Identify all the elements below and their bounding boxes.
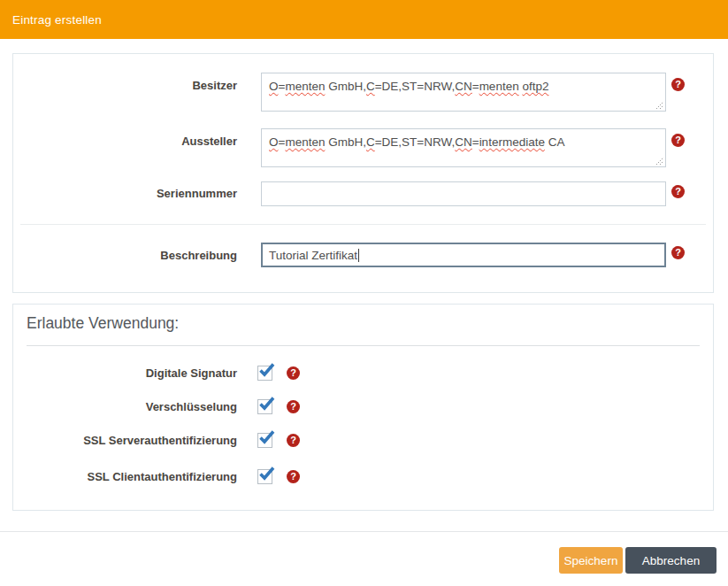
resize-handle-icon[interactable] xyxy=(655,101,664,110)
besitzer-textarea[interactable]: O=menten GmbH,C=DE,ST=NRW,CN=menten oftp… xyxy=(261,73,666,112)
verschluesselung-help-icon[interactable]: ? xyxy=(287,400,300,413)
form-divider xyxy=(20,224,706,225)
ssl-server-help-icon[interactable]: ? xyxy=(287,434,300,447)
checkmark-icon xyxy=(258,362,275,378)
digitale-signatur-checkbox[interactable] xyxy=(257,366,272,381)
beschreibung-label: Beschreibung xyxy=(13,249,237,262)
save-button[interactable]: Speichern xyxy=(559,547,623,574)
aussteller-textarea[interactable]: O=menten GmbH,C=DE,ST=NRW,CN=intermediat… xyxy=(261,128,666,167)
besitzer-value: O=menten GmbH,C=DE,ST=NRW,CN=menten oftp… xyxy=(269,80,548,93)
seriennummer-label: Seriennummer xyxy=(13,187,237,200)
ssl-client-checkbox[interactable] xyxy=(257,469,272,484)
verschluesselung-label: Verschlüsselung xyxy=(13,400,237,413)
checkmark-icon xyxy=(258,429,275,445)
beschreibung-input[interactable]: Tutorial Zertifikat xyxy=(261,243,666,267)
aussteller-help-icon[interactable]: ? xyxy=(671,134,685,147)
ssl-client-label: SSL Clientauthentifizierung xyxy=(13,470,237,483)
digitale-signatur-label: Digitale Signatur xyxy=(13,366,237,380)
certificate-form-panel: Besitzer O=menten GmbH,C=DE,ST=NRW,CN=me… xyxy=(12,53,714,293)
besitzer-help-icon[interactable]: ? xyxy=(671,78,685,91)
checkmark-icon xyxy=(258,396,275,412)
usage-section-title: Erlaubte Verwendung: xyxy=(27,314,179,333)
dialog-title: Eintrag erstellen xyxy=(12,13,102,27)
verschluesselung-checkbox[interactable] xyxy=(257,399,272,414)
seriennummer-input[interactable] xyxy=(261,181,666,206)
ssl-server-label: SSL Serverauthentifizierung xyxy=(13,434,237,447)
beschreibung-value: Tutorial Zertifikat xyxy=(269,249,357,262)
resize-handle-icon[interactable] xyxy=(655,157,664,166)
checkmark-icon xyxy=(258,466,275,482)
beschreibung-help-icon[interactable]: ? xyxy=(671,246,685,259)
dialog-header: Eintrag erstellen xyxy=(0,0,728,39)
ssl-server-checkbox[interactable] xyxy=(257,433,272,448)
ssl-client-help-icon[interactable]: ? xyxy=(287,470,300,483)
seriennummer-help-icon[interactable]: ? xyxy=(671,185,685,198)
footer-divider xyxy=(0,531,728,532)
usage-divider xyxy=(27,345,700,346)
besitzer-label: Besitzer xyxy=(13,79,237,92)
digitale-signatur-help-icon[interactable]: ? xyxy=(287,366,300,380)
text-cursor xyxy=(358,249,359,262)
page: { "dialog": { "title": "Eintrag erstelle… xyxy=(0,0,728,586)
aussteller-value: O=menten GmbH,C=DE,ST=NRW,CN=intermediat… xyxy=(269,135,564,149)
aussteller-label: Aussteller xyxy=(13,135,237,148)
cancel-button[interactable]: Abbrechen xyxy=(625,547,717,574)
usage-panel: Erlaubte Verwendung: Digitale Signatur ?… xyxy=(12,304,714,511)
